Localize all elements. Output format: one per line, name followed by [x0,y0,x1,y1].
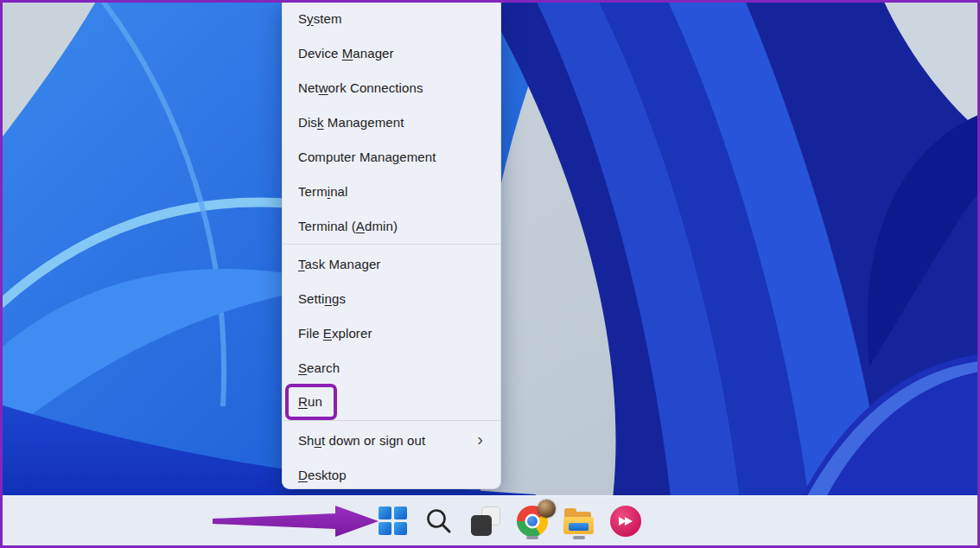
menu-item-search[interactable]: Search [283,350,500,385]
menu-item-label: Settings [298,291,346,306]
menu-item-label: Terminal [298,184,348,199]
pink-feather-app-icon [610,506,641,537]
menu-item-device-manager[interactable]: Device Manager [283,35,500,70]
menu-item-shut-down-or-sign-out[interactable]: Shut down or sign out › [283,423,500,457]
menu-item-run[interactable]: Run [283,385,500,419]
menu-item-label: Task Manager [298,257,380,271]
search-button[interactable] [420,502,458,540]
menu-item-label: File Explorer [298,326,372,341]
menu-item-label: Shut down or sign out [298,433,425,448]
menu-item-file-explorer[interactable]: File Explorer [283,315,500,350]
menu-item-system[interactable]: System [283,1,500,35]
menu-item-label: Computer Management [298,150,436,164]
menu-separator [283,244,500,245]
file-explorer-icon [563,508,595,534]
profile-avatar [538,500,556,518]
taskbar-icon-row [373,502,645,540]
menu-item-label: System [298,11,342,26]
menu-item-computer-management[interactable]: Computer Management [283,139,500,174]
taskbar [0,495,980,545]
chrome-icon [517,506,548,537]
menu-item-label: Search [298,360,340,375]
menu-item-desktop[interactable]: Desktop [283,457,500,492]
menu-item-network-connections[interactable]: Network Connections [283,70,500,105]
menu-separator [283,420,500,421]
task-view-button[interactable] [467,502,505,540]
menu-item-task-manager[interactable]: Task Manager [283,246,500,281]
search-icon [424,507,454,536]
menu-item-label: Desktop [298,468,347,482]
menu-item-label: Terminal (Admin) [298,219,398,233]
pink-app-button[interactable] [607,502,645,540]
menu-item-terminal[interactable]: Terminal [283,174,500,208]
running-indicator [573,536,585,539]
menu-item-settings[interactable]: Settings [283,281,500,315]
start-button[interactable] [373,502,411,540]
task-view-icon [471,507,500,536]
winx-context-menu: System Device Manager Network Connection… [282,0,501,489]
menu-item-label: Network Connections [298,80,423,95]
file-explorer-button[interactable] [560,502,598,540]
windows-logo-icon [379,507,407,535]
menu-item-label: Run [285,384,337,420]
running-indicator [526,536,538,539]
menu-item-disk-management[interactable]: Disk Management [283,105,500,139]
submenu-chevron-icon: › [477,430,483,448]
menu-item-terminal-admin[interactable]: Terminal (Admin) [283,208,500,243]
chrome-button[interactable] [513,502,551,540]
windows-desktop: System Device Manager Network Connection… [0,0,980,548]
menu-item-label: Disk Management [298,115,404,130]
menu-item-label: Device Manager [298,46,394,61]
